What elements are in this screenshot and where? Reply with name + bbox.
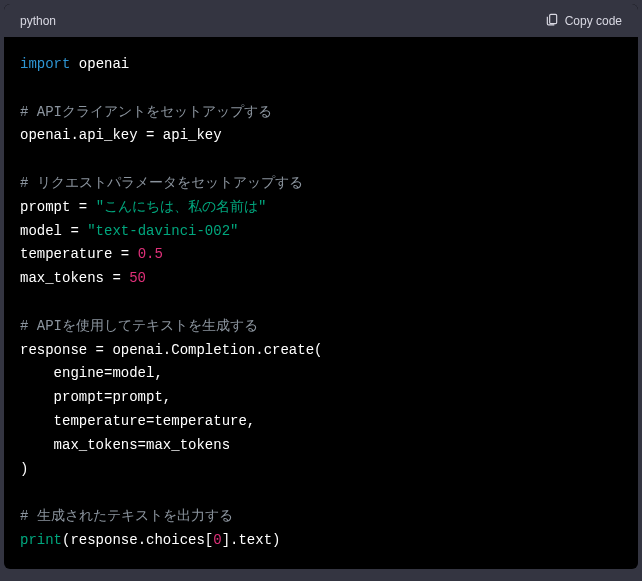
number-literal: 0 [213, 532, 221, 548]
code-line: model = [20, 223, 87, 239]
code-line: openai.api_key = api_key [20, 127, 222, 143]
string-literal: "こんにちは、私の名前は" [96, 199, 267, 215]
string-literal: "text-davinci-002" [87, 223, 238, 239]
comment-generate: # APIを使用してテキストを生成する [20, 318, 258, 334]
code-line: prompt = [20, 199, 96, 215]
code-line: max_tokens=max_tokens [20, 437, 230, 453]
module-name: openai [79, 56, 129, 72]
code-line: ) [20, 461, 28, 477]
code-line: engine=model, [20, 365, 163, 381]
code-block: python Copy code import openai # APIクライア… [4, 4, 638, 569]
keyword-import: import [20, 56, 70, 72]
copy-code-button[interactable]: Copy code [545, 12, 622, 29]
code-content[interactable]: import openai # APIクライアントをセットアップする opena… [4, 37, 638, 569]
copy-code-label: Copy code [565, 14, 622, 28]
code-line: max_tokens = [20, 270, 129, 286]
svg-rect-0 [549, 14, 556, 23]
number-literal: 50 [129, 270, 146, 286]
code-header: python Copy code [4, 4, 638, 37]
comment-output: # 生成されたテキストを出力する [20, 508, 233, 524]
code-line: ].text) [222, 532, 281, 548]
code-line: (response.choices[ [62, 532, 213, 548]
clipboard-icon [545, 12, 559, 29]
code-line: temperature = [20, 246, 138, 262]
number-literal: 0.5 [138, 246, 163, 262]
code-line: prompt=prompt, [20, 389, 171, 405]
code-line: temperature=temperature, [20, 413, 255, 429]
builtin-print: print [20, 532, 62, 548]
code-line: response = openai.Completion.create( [20, 342, 322, 358]
comment-setup-client: # APIクライアントをセットアップする [20, 104, 272, 120]
comment-setup-params: # リクエストパラメータをセットアップする [20, 175, 303, 191]
language-label: python [20, 14, 56, 28]
